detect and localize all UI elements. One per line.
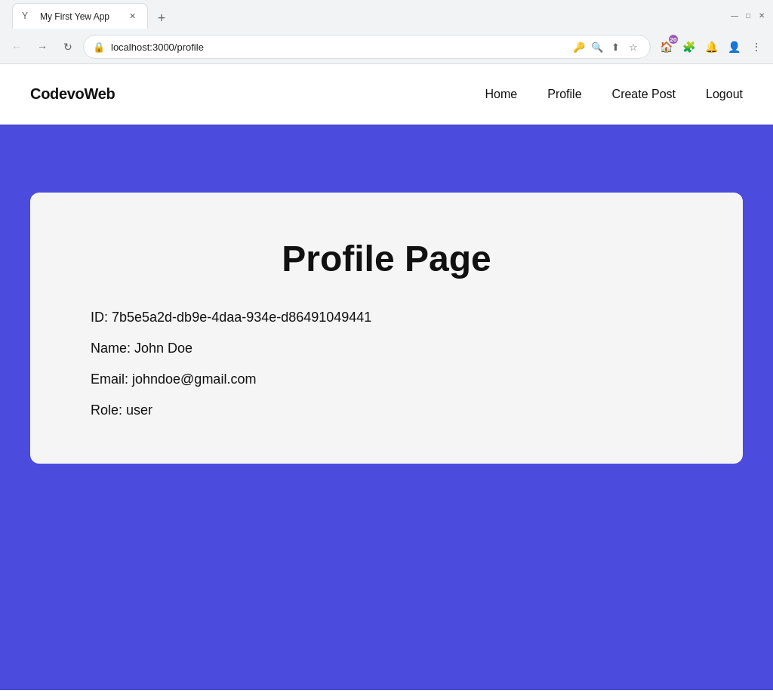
profile-email-value: johndoe@gmail.com <box>132 372 256 387</box>
back-icon: ← <box>11 41 22 53</box>
address-bar-row: ← → ↻ 🔒 localhost:3000/profile 🔑 🔍 ⬆ ☆ 🏠… <box>0 30 773 63</box>
reload-icon: ↻ <box>63 41 72 53</box>
tab-bar: Y My First Yew App ✕ + <box>6 2 726 29</box>
share-icon[interactable]: ⬆ <box>608 39 623 54</box>
tab-close-button[interactable]: ✕ <box>126 11 138 23</box>
close-button[interactable]: ✕ <box>756 10 767 20</box>
website-content: CodevoWeb Home Profile Create Post Logou… <box>0 64 773 690</box>
profile-page-title: Profile Page <box>91 238 682 279</box>
forward-button[interactable]: → <box>32 36 53 57</box>
browser-toolbar-icons: 🏠 20 🧩 🔔 👤 ⋮ <box>655 36 767 57</box>
extension-badge-icon[interactable]: 🏠 20 <box>655 36 676 57</box>
maximize-button[interactable]: □ <box>743 10 753 20</box>
minimize-button[interactable]: — <box>729 10 740 20</box>
hero-banner <box>0 125 773 193</box>
reload-button[interactable]: ↻ <box>57 36 79 57</box>
profile-role-label: Role: <box>91 402 122 418</box>
nav-profile[interactable]: Profile <box>547 88 581 101</box>
profile-email: Email: johndoe@gmail.com <box>91 372 682 387</box>
profile-info: ID: 7b5e5a2d-db9e-4daa-934e-d86491049441… <box>91 310 682 418</box>
forward-icon: → <box>37 41 48 53</box>
browser-titlebar: Y My First Yew App ✕ + — □ ✕ <box>0 0 773 30</box>
extension-badge-count: 20 <box>669 35 678 44</box>
profile-name: Name: John Doe <box>91 341 682 356</box>
profile-id-label: ID: <box>91 310 108 325</box>
nav-home[interactable]: Home <box>485 88 518 101</box>
extensions-icon[interactable]: 🧩 <box>678 36 699 57</box>
site-logo: CodevoWeb <box>30 85 115 103</box>
profile-name-value: John Doe <box>134 341 192 356</box>
bookmark-icon[interactable]: ☆ <box>626 39 641 54</box>
notification-icon[interactable]: 🔔 <box>701 36 722 57</box>
profile-email-label: Email: <box>91 372 128 387</box>
zoom-icon[interactable]: 🔍 <box>590 39 605 54</box>
url-display: localhost:3000/profile <box>111 42 565 53</box>
nav-create-post[interactable]: Create Post <box>612 88 676 101</box>
browser-chrome: Y My First Yew App ✕ + — □ ✕ ← → <box>0 0 773 64</box>
back-button[interactable]: ← <box>6 36 27 57</box>
more-icon[interactable]: ⋮ <box>746 36 767 57</box>
tab-title: My First Yew App <box>40 11 120 22</box>
profile-card: Profile Page ID: 7b5e5a2d-db9e-4daa-934e… <box>30 193 743 464</box>
profile-id-value: 7b5e5a2d-db9e-4daa-934e-d86491049441 <box>112 310 371 325</box>
site-header: CodevoWeb Home Profile Create Post Logou… <box>0 64 773 125</box>
profile-role-value: user <box>126 402 152 418</box>
window-controls: — □ ✕ <box>729 10 767 20</box>
active-tab[interactable]: Y My First Yew App ✕ <box>12 3 148 29</box>
bottom-area <box>0 524 773 690</box>
profile-name-label: Name: <box>91 341 131 356</box>
profile-card-wrapper: Profile Page ID: 7b5e5a2d-db9e-4daa-934e… <box>0 193 773 524</box>
site-nav: Home Profile Create Post Logout <box>485 88 743 101</box>
profile-role: Role: user <box>91 402 682 418</box>
tab-favicon: Y <box>22 11 34 23</box>
nav-logout[interactable]: Logout <box>706 88 743 101</box>
profile-id: ID: 7b5e5a2d-db9e-4daa-934e-d86491049441 <box>91 310 682 325</box>
lock-icon: 🔒 <box>93 42 105 53</box>
key-icon[interactable]: 🔑 <box>571 39 587 54</box>
address-bar-icons: 🔑 🔍 ⬆ ☆ <box>571 39 641 54</box>
address-bar[interactable]: 🔒 localhost:3000/profile 🔑 🔍 ⬆ ☆ <box>83 35 651 59</box>
new-tab-button[interactable]: + <box>151 8 172 29</box>
profile-icon[interactable]: 👤 <box>723 36 744 57</box>
